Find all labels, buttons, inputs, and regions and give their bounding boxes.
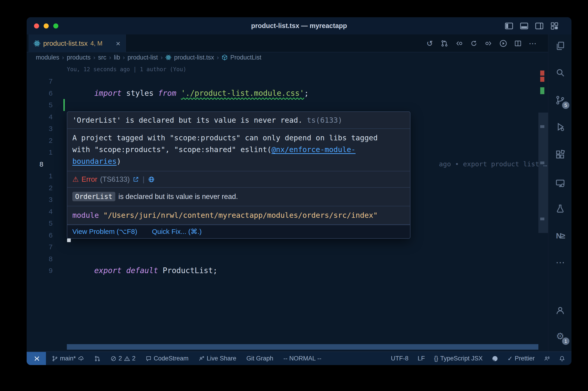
error-tooltip: 'OrderList' is declared but its value is… <box>67 111 411 239</box>
current-line-number[interactable]: 8 <box>27 158 53 170</box>
nx-console-icon[interactable]: N≥ <box>553 228 568 243</box>
tooltip-error-header: ⚠ Error (TS6133) | <box>67 171 410 188</box>
remote-indicator[interactable] <box>27 352 46 365</box>
extensions-icon[interactable] <box>553 147 568 162</box>
prettier-status[interactable]: ✓ Prettier <box>507 355 535 362</box>
breadcrumb-item[interactable]: modules <box>36 54 59 61</box>
view-problem-button[interactable]: View Problem (⌥F8) <box>72 227 137 235</box>
next-change-icon[interactable] <box>483 38 494 49</box>
toggle-primary-sidebar-icon[interactable] <box>504 21 513 31</box>
external-link-icon[interactable] <box>133 176 139 183</box>
separator: | <box>143 175 145 184</box>
feedback-status[interactable] <box>544 356 550 362</box>
toggle-panel-icon[interactable] <box>519 21 529 31</box>
settings-badge: 1 <box>562 337 569 345</box>
git-compare-status[interactable] <box>94 356 100 362</box>
status-bar: main* 2 2 <box>27 352 572 365</box>
codestream-label: CodeStream <box>154 355 189 362</box>
code-line[interactable]: import styles from './product-list.modul… <box>67 75 309 87</box>
github-status[interactable] <box>492 355 498 362</box>
previous-change-icon[interactable] <box>453 38 465 49</box>
eol-status[interactable]: LF <box>418 355 425 362</box>
testing-icon[interactable] <box>553 201 568 216</box>
customize-layout-icon[interactable] <box>550 21 559 31</box>
code-line[interactable]: import { OrderList } from '@myreactapp/m… <box>67 99 345 111</box>
editor-actions: ↺ ⋯ <box>424 34 538 52</box>
error-code: (TS6133) <box>100 175 130 184</box>
line-number[interactable]: 4 <box>27 111 53 123</box>
codestream-status[interactable]: CodeStream <box>146 355 189 362</box>
timeline-icon[interactable]: ↺ <box>424 38 435 49</box>
line-number[interactable]: 4 <box>27 206 53 217</box>
breadcrumb: modules › products › src › lib › product… <box>36 52 261 63</box>
identifier: ProductList <box>163 266 213 275</box>
globe-icon[interactable] <box>148 176 155 183</box>
publish-cloud-icon <box>78 355 84 362</box>
identifier: styles <box>126 89 158 98</box>
tooltip-resize-handle[interactable] <box>67 238 71 242</box>
vim-mode-status[interactable]: -- NORMAL -- <box>283 355 321 362</box>
search-icon[interactable] <box>553 65 568 80</box>
line-number[interactable]: 1 <box>27 170 53 182</box>
line-number[interactable]: 8 <box>27 253 53 265</box>
module-path: "/Users/juri/nrwl/content/myreactapp/mod… <box>103 211 378 220</box>
line-number-gutter[interactable]: 7 6 5 4 3 2 1 8 1 2 3 4 5 6 7 8 9 <box>27 75 53 277</box>
git-blame-annotation: You, 12 seconds ago | 1 author (You) <box>67 63 186 75</box>
split-editor-icon[interactable] <box>512 38 524 49</box>
line-number[interactable]: 7 <box>27 241 53 253</box>
breadcrumb-item[interactable]: src <box>98 54 106 61</box>
line-number[interactable]: 7 <box>27 75 53 87</box>
run-debug-icon[interactable] <box>553 119 568 134</box>
git-branch-status[interactable]: main* <box>52 355 84 362</box>
line-number[interactable]: 2 <box>27 135 53 147</box>
breadcrumb-item[interactable]: products <box>67 54 91 61</box>
activity-bar: 5 N≥ ⋯ ⚙ 1 <box>548 34 572 352</box>
breadcrumb-item[interactable]: product-list <box>127 54 158 61</box>
line-number[interactable]: 6 <box>27 229 53 241</box>
additional-views-icon[interactable]: ⋯ <box>553 255 568 270</box>
git-graph-status[interactable]: Git Graph <box>247 355 273 362</box>
git-added-gutter-marker <box>63 99 65 111</box>
remote-explorer-icon[interactable] <box>553 176 568 191</box>
tab-close-button[interactable]: × <box>116 39 120 47</box>
vertical-scrollbar[interactable] <box>538 112 548 233</box>
toggle-secondary-sidebar-icon[interactable] <box>535 21 544 31</box>
branch-name: main* <box>60 355 76 362</box>
encoding-status[interactable]: UTF-8 <box>391 355 409 362</box>
live-share-icon <box>199 356 205 362</box>
breadcrumb-item[interactable]: lib <box>114 54 120 61</box>
more-actions-icon[interactable]: ⋯ <box>527 38 538 49</box>
line-number[interactable]: 5 <box>27 99 53 111</box>
line-number[interactable]: 3 <box>27 123 53 135</box>
react-icon <box>165 54 171 60</box>
language-mode-status[interactable]: {} TypeScript JSX <box>434 355 483 362</box>
error-circle-icon <box>110 356 116 362</box>
line-number[interactable]: 3 <box>27 194 53 206</box>
line-number[interactable]: 9 <box>27 265 53 277</box>
line-number[interactable]: 1 <box>27 146 53 158</box>
code-line[interactable]: export default ProductList; <box>67 253 218 265</box>
overview-change-mark <box>540 87 544 94</box>
breadcrumb-item[interactable]: product-list.tsx <box>174 54 214 61</box>
keyword: default <box>126 266 163 275</box>
source-control-icon[interactable]: 5 <box>553 93 568 107</box>
line-number[interactable]: 5 <box>27 217 53 229</box>
quick-fix-button[interactable]: Quick Fix... (⌘.) <box>152 227 202 235</box>
line-number[interactable]: 6 <box>27 87 53 99</box>
tab-bar: product-list.tsx 4, M × ↺ ⋯ <box>27 34 548 52</box>
overview-error-mark <box>540 77 544 82</box>
tab-product-list[interactable]: product-list.tsx 4, M × <box>28 34 126 52</box>
explorer-icon[interactable] <box>553 39 568 53</box>
pull-request-icon[interactable] <box>439 38 450 49</box>
revert-file-icon[interactable] <box>468 38 480 49</box>
source-control-badge: 5 <box>562 101 569 109</box>
problems-status[interactable]: 2 2 <box>110 355 136 362</box>
line-number[interactable]: 2 <box>27 182 53 194</box>
live-share-status[interactable]: Live Share <box>199 355 236 362</box>
breadcrumb-item[interactable]: ProductList <box>230 54 261 61</box>
notifications-status[interactable] <box>559 356 565 362</box>
settings-gear-icon[interactable]: ⚙ 1 <box>553 329 568 343</box>
account-icon[interactable] <box>553 303 568 318</box>
horizontal-scrollbar[interactable] <box>67 344 538 350</box>
run-code-icon[interactable] <box>498 38 509 49</box>
